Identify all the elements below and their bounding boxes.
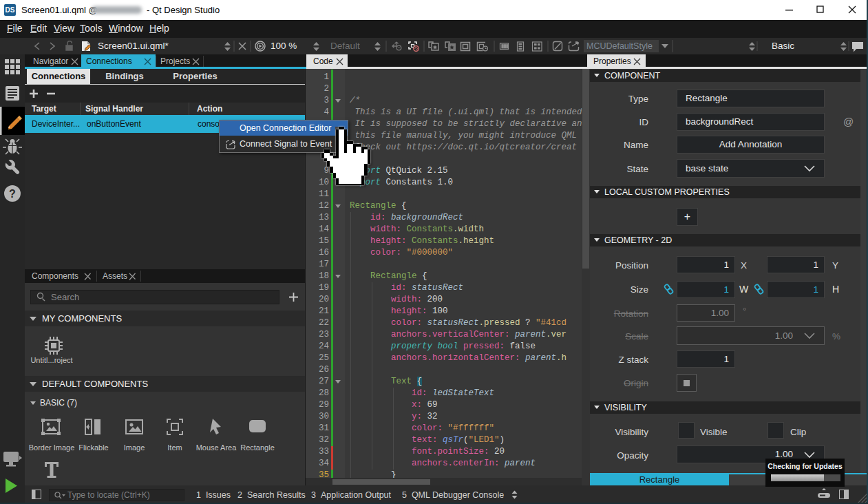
- svg-text:?: ?: [9, 188, 16, 200]
